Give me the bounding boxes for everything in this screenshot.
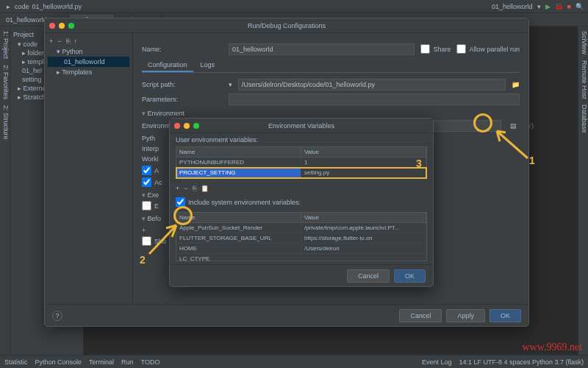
env-dialog-title: Environment Variables (268, 122, 334, 130)
env-cancel-button[interactable]: Cancel (347, 269, 390, 283)
sys-row: Apple_PubSub_Socket_Render/private/tmp/c… (176, 223, 426, 233)
left-tool-stripe[interactable]: 1: Project2: Favorites2: Structure (0, 26, 10, 355)
include-sys-checkbox[interactable] (176, 197, 185, 207)
project-name: code (15, 3, 29, 10)
dialog-titlebar: Run/Debug Configurations (45, 18, 528, 33)
status-item[interactable]: TODO (141, 358, 160, 366)
sys-row: FLUTTER_STORAGE_BASE_URLhttps://storage.… (176, 233, 426, 244)
sys-row: HOME/Users/delron (176, 244, 426, 254)
tab-logs[interactable]: Logs (195, 59, 221, 72)
config-tree: +−⎘↑ ▾ Python 01_helloworld ▸ Templates (45, 33, 133, 304)
env-variables-dialog: Environment Variables User environment v… (169, 118, 434, 287)
name-input[interactable] (229, 43, 415, 55)
close-window-icon[interactable] (49, 23, 55, 29)
sys-env-table[interactable]: NameValue Apple_PubSub_Socket_Render/pri… (176, 212, 427, 261)
env-row-editing[interactable]: PROJECT_SETTINGsetting.py (176, 168, 426, 178)
cfg-python[interactable]: ▾ Python (48, 46, 129, 57)
zoom-icon[interactable] (68, 23, 74, 29)
env-ok-button[interactable]: OK (394, 269, 426, 283)
share-checkbox[interactable] (420, 44, 430, 54)
up-icon[interactable]: ↑ (74, 38, 78, 45)
params-label: Parameters: (142, 96, 223, 103)
status-item[interactable]: Statistic (4, 358, 28, 366)
cfg-templates[interactable]: ▸ Templates (48, 67, 129, 77)
status-info: 14:1 LF UTF-8 4 spaces Python 3.7 (flask… (459, 358, 584, 366)
remove-env-icon[interactable]: − (184, 185, 187, 192)
cfg-helloworld[interactable]: 01_helloworld (48, 57, 129, 67)
search-icon[interactable]: 🔍 (576, 3, 584, 10)
debug-icon[interactable]: 🐞 (555, 3, 563, 10)
chk-a1[interactable] (142, 166, 151, 175)
apply-button[interactable]: Apply (446, 309, 485, 322)
run-config-selector[interactable]: 01_helloworld (492, 3, 533, 10)
browse-env-icon[interactable]: ▤ (507, 122, 520, 130)
browse-icon[interactable]: 📁 (512, 81, 520, 88)
top-toolbar: ▸ code 01_helloworld.py 01_helloworld ▾ … (0, 0, 588, 13)
paste-env-icon[interactable]: 📋 (201, 185, 209, 192)
zoom-icon[interactable] (193, 123, 199, 129)
script-path-input[interactable] (238, 79, 506, 91)
ok-button[interactable]: OK (490, 309, 521, 322)
stop-icon[interactable]: ■ (567, 3, 571, 10)
minimize-icon[interactable] (184, 123, 190, 129)
close-window-icon[interactable] (174, 123, 180, 129)
chevron-down-icon[interactable]: ▾ (537, 3, 541, 10)
chk-a2[interactable] (142, 177, 151, 187)
sys-row: LC_CTYPE (176, 254, 426, 261)
params-input[interactable] (229, 93, 520, 105)
event-log[interactable]: Event Log (422, 358, 452, 366)
env-dialog-titlebar: Environment Variables (170, 118, 433, 133)
status-item[interactable]: Terminal (89, 358, 114, 366)
chk-e[interactable] (142, 201, 151, 210)
copy-icon[interactable]: ⎘ (66, 38, 70, 45)
breadcrumb-file: 01_helloworld.py (32, 3, 82, 10)
minimize-icon[interactable] (59, 23, 65, 29)
name-label: Name: (142, 46, 223, 53)
user-env-table[interactable]: NameValue PYTHONUNBUFFERED1 PROJECT_SETT… (176, 146, 427, 179)
user-env-label: User environment variables: (170, 133, 433, 144)
status-item[interactable]: Python Console (35, 358, 82, 366)
project-header: Project (13, 31, 34, 38)
folder-icon: ▸ (4, 3, 12, 10)
env-section: ▾ Environment (142, 110, 520, 117)
add-env-icon[interactable]: + (176, 185, 179, 192)
env-row[interactable]: PYTHONUNBUFFERED1 (176, 158, 426, 168)
tab-configuration[interactable]: Configuration (142, 59, 193, 72)
right-tool-stripe[interactable]: SciViewRemote HostDatabase (578, 26, 588, 355)
run-icon[interactable]: ▶ (545, 3, 551, 10)
status-item[interactable]: Run (121, 358, 134, 366)
help-icon[interactable]: ? (52, 311, 62, 321)
script-label: Script path: (142, 81, 223, 88)
status-bar: Statistic Python Console Terminal Run TO… (0, 355, 588, 368)
watermark: www.9969.net (522, 342, 582, 353)
show-checkbox[interactable] (142, 236, 151, 246)
add-icon[interactable]: + (49, 38, 53, 45)
parallel-checkbox[interactable] (456, 44, 466, 54)
remove-icon[interactable]: − (57, 38, 61, 45)
dialog-title: Run/Debug Configurations (248, 22, 326, 29)
chevron-down-icon[interactable]: ▾ (229, 81, 232, 88)
copy-env-icon[interactable]: ⎘ (193, 185, 196, 192)
config-tabs: Configuration Logs (142, 59, 520, 73)
cancel-button[interactable]: Cancel (399, 309, 442, 322)
